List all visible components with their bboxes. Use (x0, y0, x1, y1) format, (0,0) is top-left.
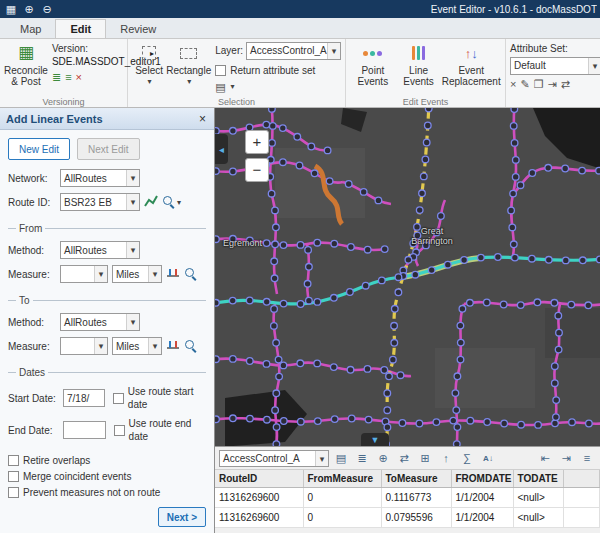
chevron-down-icon: ▾ (315, 451, 328, 466)
from-measure-dropdown[interactable]: ▾ (60, 265, 108, 283)
use-route-end-date-checkbox[interactable] (114, 425, 125, 436)
rectangle-tool-icon (180, 43, 197, 63)
event-replacement-button[interactable]: ↑↓ Event Replacement (441, 42, 501, 87)
pick-route-on-map-icon[interactable] (144, 194, 158, 210)
cell-extra[interactable] (563, 508, 600, 528)
zoom-to-selection-icon[interactable]: ⊕ (374, 450, 392, 467)
tab-edit[interactable]: Edit (55, 19, 106, 38)
selection-layer-dropdown[interactable]: AccessControl_A ▾ (246, 42, 341, 60)
selection-options-icon[interactable]: ▤ (215, 81, 225, 94)
next-button[interactable]: Next > (158, 507, 206, 527)
from-unit-dropdown[interactable]: Miles ▾ (112, 265, 162, 283)
line-events-button[interactable]: Line Events (396, 42, 442, 87)
ribbon: ▦ Reconcile & Post Version: SDE.MASSDOT_… (0, 39, 600, 108)
ribbon-group-edit-events: Point Events Line Events ↑↓ Event Replac… (346, 39, 506, 107)
ribbon-group-versioning: ▦ Reconcile & Post Version: SDE.MASSDOT_… (0, 39, 128, 107)
cell-fromdate[interactable]: 1/1/2004 (451, 488, 513, 508)
point-events-button[interactable]: Point Events (350, 42, 396, 87)
first-record-icon[interactable]: ⇤ (536, 450, 554, 467)
cell-routeid[interactable]: 11316269600 (215, 488, 303, 508)
reconcile-post-button[interactable]: ▦ Reconcile & Post (4, 42, 48, 87)
to-legend: To (19, 295, 30, 306)
app-icon[interactable]: ▦ (3, 2, 19, 16)
swap-attributes-icon[interactable]: ⇄ (561, 78, 570, 91)
titlebar: ▦ ⊕ ⊖ Event Editor - v10.6.1 - docMassDO… (0, 0, 600, 18)
zoom-to-to-measure-icon[interactable] (184, 339, 198, 353)
sort-icon[interactable]: A↓ (479, 450, 497, 467)
attributes-list-icon[interactable]: ≣ (353, 450, 371, 467)
zoom-in-globe-icon[interactable]: ⊕ (21, 2, 37, 16)
column-header[interactable]: FROMDATE (451, 470, 513, 488)
show-selected-records-icon[interactable]: ▤ (332, 450, 350, 467)
cell-frommeasure[interactable]: 0 (303, 488, 381, 508)
version-properties-icon[interactable]: ≡ (65, 71, 71, 84)
zoom-out-button[interactable]: − (245, 158, 269, 182)
column-header[interactable]: RouteID (215, 470, 303, 488)
point-events-icon (362, 43, 383, 63)
table-options-icon[interactable]: ≡ (578, 450, 596, 467)
column-header[interactable] (563, 470, 600, 488)
column-header[interactable]: ToMeasure (381, 470, 451, 488)
last-record-icon[interactable]: ⇥ (557, 450, 575, 467)
network-dropdown[interactable]: AllRoutes ▾ (60, 169, 140, 187)
merge-coincident-events-checkbox[interactable] (8, 471, 19, 482)
close-panel-icon[interactable]: × (197, 112, 208, 126)
retire-overlaps-checkbox[interactable] (8, 455, 19, 466)
to-method-dropdown[interactable]: AllRoutes ▾ (60, 313, 140, 331)
export-records-icon[interactable]: ↑ (437, 450, 455, 467)
edit-attribute-set-icon[interactable]: ✎ (520, 78, 529, 91)
cell-tomeasure[interactable]: 0.0795596 (381, 508, 451, 528)
column-header[interactable]: FromMeasure (303, 470, 381, 488)
cell-extra[interactable] (563, 488, 600, 508)
rectangle-button[interactable]: Rectangle ▾ (166, 42, 211, 87)
select-button[interactable]: ▸ Select ▾ (132, 42, 166, 87)
start-date-input[interactable]: 7/18/ (63, 389, 105, 407)
route-id-dropdown[interactable]: BSR23 EB ▾ (60, 193, 140, 211)
table-row[interactable]: 11316269600 0 0.0795596 1/1/2004 <null> (215, 508, 600, 528)
zoom-in-button[interactable]: + (245, 130, 269, 154)
table-layer-dropdown[interactable]: AccessControl_A ▾ (219, 450, 329, 467)
event-replacement-icon: ↑↓ (465, 43, 478, 63)
use-route-start-date-checkbox[interactable] (113, 393, 124, 404)
next-edit-button[interactable]: Next Edit (77, 138, 140, 160)
cell-todate[interactable]: <null> (513, 488, 563, 508)
pick-from-measure-icon[interactable] (166, 266, 180, 282)
zoom-to-from-measure-icon[interactable] (184, 267, 198, 281)
prevent-measures-checkbox[interactable] (8, 487, 19, 498)
column-header[interactable]: TODATE (513, 470, 563, 488)
add-record-icon[interactable]: ⊞ (416, 450, 434, 467)
map-view[interactable]: Egremont Great Barrington + − ◂ ▼ (215, 108, 600, 446)
clear-attribute-set-icon[interactable]: × (510, 78, 516, 91)
zoom-to-route-icon[interactable] (162, 195, 176, 209)
pick-to-measure-icon[interactable] (166, 338, 180, 354)
to-unit-dropdown[interactable]: Miles ▾ (112, 337, 162, 355)
cell-todate[interactable]: <null> (513, 508, 563, 528)
apply-forward-icon[interactable]: ⇥ (548, 78, 557, 91)
tab-map[interactable]: Map (6, 20, 55, 38)
new-edit-button[interactable]: New Edit (8, 138, 70, 160)
from-method-dropdown[interactable]: AllRoutes ▾ (60, 241, 140, 259)
collapse-panel-left-button[interactable]: ◂ (215, 134, 228, 164)
table-row[interactable]: 11316269600 0 0.1116773 1/1/2004 <null> (215, 488, 600, 508)
statistics-icon[interactable]: ∑ (458, 450, 476, 467)
zoom-out-globe-icon[interactable]: ⊖ (39, 2, 55, 16)
tab-review[interactable]: Review (106, 20, 170, 38)
chevron-down-icon: ▾ (126, 314, 139, 330)
cell-frommeasure[interactable]: 0 (303, 508, 381, 528)
to-measure-dropdown[interactable]: ▾ (60, 337, 108, 355)
chevron-down-icon: ▾ (187, 76, 191, 87)
switch-selection-icon[interactable]: ⇄ (395, 450, 413, 467)
attribute-set-dropdown[interactable]: Default ▾ (510, 57, 600, 75)
return-attribute-set-checkbox[interactable] (215, 65, 226, 76)
copy-attributes-icon[interactable]: ❐ (534, 78, 544, 91)
reconcile-post-label: Reconcile & Post (4, 65, 48, 87)
end-date-input[interactable] (63, 421, 106, 439)
chevron-down-icon[interactable]: ▾ (177, 198, 181, 207)
version-changes-icon[interactable]: ≣ (52, 71, 61, 84)
cell-tomeasure[interactable]: 0.1116773 (381, 488, 451, 508)
collapse-table-button[interactable]: ▼ (361, 433, 389, 446)
line-events-icon (411, 43, 426, 63)
close-version-icon[interactable]: × (76, 71, 82, 84)
cell-routeid[interactable]: 11316269600 (215, 508, 303, 528)
cell-fromdate[interactable]: 1/1/2004 (451, 508, 513, 528)
